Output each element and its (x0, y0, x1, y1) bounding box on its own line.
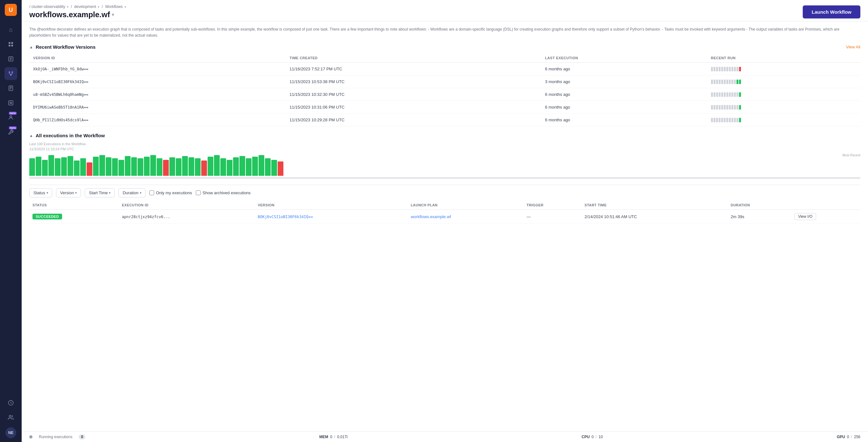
histogram-bar (119, 160, 124, 176)
execution-id[interactable]: apnr28ctjxz94zfcv6... (122, 215, 170, 219)
exec-status-cell: SUCCEEDED (29, 210, 119, 224)
mini-bar (729, 118, 731, 122)
duration-filter-arrow: ▾ (140, 191, 142, 195)
histogram-bar (201, 160, 207, 176)
mini-bar (726, 92, 728, 97)
sidebar-item-docs[interactable] (4, 82, 17, 95)
histogram-bar (36, 157, 41, 176)
alpha-badge-tools: Alpha (9, 126, 17, 129)
sidebar-bottom: NE (4, 396, 17, 438)
view-io-button[interactable]: View I/O (795, 213, 816, 220)
breadcrumb-dropdown-0[interactable]: ▾ (67, 5, 68, 9)
recent-run-cell (707, 75, 860, 88)
breadcrumb-sep-0: / (29, 4, 32, 9)
sidebar-item-dashboard[interactable] (4, 38, 17, 51)
histogram-bar (74, 160, 80, 176)
start-time-filter-arrow: ▾ (109, 191, 111, 195)
version-link[interactable]: BOKj0vCSI1oBI30F6k34IQ== (257, 215, 313, 219)
histogram-bar (265, 158, 271, 176)
only-my-executions-label[interactable]: Only my executions (149, 190, 192, 195)
exec-launch-plan-cell: workflows.example.wf (408, 210, 524, 224)
executions-title-row[interactable]: ▲ All executions in the Workflow (29, 133, 105, 138)
recent-versions-title-row[interactable]: ▲ Recent Workflow Versions (29, 44, 95, 50)
sidebar-item-workflows[interactable] (4, 67, 17, 80)
avatar[interactable]: NE (5, 428, 16, 438)
status-filter[interactable]: Status ▾ (29, 188, 52, 197)
show-archived-label[interactable]: Show archived executions (196, 190, 251, 195)
histogram-bar (157, 158, 162, 176)
mini-bar (734, 67, 736, 71)
gpu-label: GPU (837, 435, 845, 439)
histogram-bar (208, 157, 213, 176)
mini-bar (714, 67, 715, 71)
histogram-bar (99, 155, 105, 176)
workflow-description: The @workflow decorator defines an execu… (29, 26, 860, 38)
histogram-bar (176, 158, 182, 176)
main-content: / cluster-observability ▾ / development … (22, 0, 868, 442)
logo[interactable]: U (5, 4, 17, 16)
only-my-executions-checkbox[interactable] (149, 190, 154, 195)
mini-bar (711, 80, 713, 84)
sidebar-item-tools[interactable]: Alpha (4, 126, 17, 138)
show-archived-checkbox[interactable] (196, 190, 200, 195)
last-execution-cell: 6 months ago (541, 88, 707, 101)
svg-point-10 (10, 116, 12, 118)
histogram-bar (169, 157, 175, 176)
breadcrumb-workflows[interactable]: Workflows (105, 4, 123, 9)
version-id-cell: QHb_PI1lZidHOs45dcs9lA== (29, 114, 286, 126)
histogram-bar (131, 157, 137, 176)
recent-run-cell (707, 114, 860, 126)
sidebar-item-users[interactable] (4, 411, 17, 424)
mini-bar (721, 118, 723, 122)
running-dot (29, 435, 32, 439)
mem-value: 0 (330, 435, 333, 439)
page-title-dropdown[interactable]: ▾ (112, 12, 114, 17)
histogram-bar (112, 158, 118, 176)
version-row: BOKj0vCSI1oBI30F6k34IQ== 11/15/2023 10:5… (29, 75, 860, 88)
executions-collapse-icon: ▲ (29, 133, 33, 138)
sidebar-item-home[interactable]: ⌂ (4, 23, 17, 36)
mini-bar (711, 67, 713, 71)
sidebar-item-agents[interactable]: Alpha (4, 111, 17, 124)
version-filter[interactable]: Version ▾ (56, 188, 81, 197)
start-time-filter[interactable]: Start Time ▾ (85, 188, 115, 197)
histogram-scrollbar[interactable] (29, 177, 860, 179)
status-filter-arrow: ▾ (46, 191, 48, 195)
mini-bar (724, 80, 726, 84)
recent-run-cell (707, 101, 860, 114)
histogram-bar (258, 155, 264, 176)
breadcrumb-development[interactable]: development (74, 4, 96, 9)
breadcrumb-cluster[interactable]: cluster-observability (32, 4, 65, 9)
histogram-bar (106, 157, 112, 176)
histogram-bars (29, 154, 860, 176)
histogram-bar (49, 155, 54, 176)
recent-versions-section: ▲ Recent Workflow Versions View All VERS… (29, 44, 860, 126)
mini-bar (711, 118, 713, 122)
mini-bar (734, 80, 736, 84)
sidebar-item-activity[interactable] (4, 397, 17, 409)
gpu-resource: GPU 0 / 256 (837, 435, 860, 439)
version-id-cell: u8-mSBZv45BWLh6q0hamNg== (29, 88, 286, 101)
launch-workflow-button[interactable]: Launch Workflow (803, 5, 860, 19)
mini-bar (739, 105, 741, 109)
breadcrumb-dropdown-1[interactable]: ▾ (98, 5, 99, 9)
view-all-link[interactable]: View All (846, 44, 860, 50)
versions-table-header: VERSION ID TIME CREATED LAST EXECUTION R… (29, 54, 860, 63)
mini-bar (732, 67, 733, 71)
histogram-bar (29, 158, 35, 176)
mini-bar (724, 92, 726, 97)
last-execution-cell: 6 months ago (541, 101, 707, 114)
sidebar-item-tasks[interactable] (4, 53, 17, 65)
launch-plan-link[interactable]: workflows.example.wf (411, 214, 451, 219)
gpu-value: 0 (847, 435, 849, 439)
time-created-cell: 11/16/2023 7:52:17 PM UTC (286, 63, 541, 75)
exec-col-trigger: TRIGGER (524, 201, 582, 210)
sidebar-item-deployments[interactable] (4, 96, 17, 109)
execution-row: SUCCEEDED apnr28ctjxz94zfcv6... BOKj0vCS… (29, 210, 860, 224)
histogram-bar (67, 156, 73, 176)
duration-filter[interactable]: Duration ▾ (119, 188, 145, 197)
breadcrumb-dropdown-2[interactable]: ▾ (124, 5, 126, 9)
mini-bar (734, 105, 736, 109)
svg-rect-0 (9, 42, 10, 43)
mini-bar (734, 92, 736, 97)
